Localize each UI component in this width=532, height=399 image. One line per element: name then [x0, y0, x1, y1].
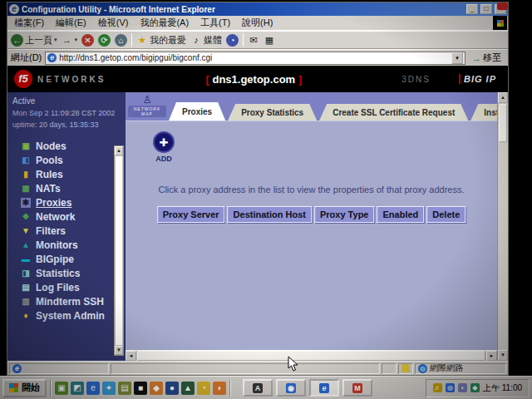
nav-3dns[interactable]: 3DNS: [401, 75, 431, 84]
volume-tray-icon[interactable]: ♬: [433, 383, 442, 392]
taskbar-window-button-ie-active[interactable]: e: [309, 379, 339, 397]
minimize-button[interactable]: _: [466, 4, 478, 14]
go-button[interactable]: → 移至: [469, 52, 505, 65]
sidebar-item-label: BIGpipe: [36, 254, 74, 265]
back-dropdown-icon[interactable]: ▾: [54, 37, 57, 43]
page-icon: e: [47, 53, 57, 62]
network-map-button[interactable]: ♙ NETWORK MAP: [128, 94, 166, 119]
vertical-scrollbar[interactable]: ▲ ▼: [497, 92, 508, 361]
tab-proxies[interactable]: Proxies: [169, 102, 225, 121]
quick-launch-icon-1[interactable]: ▣: [55, 382, 68, 395]
menu-edit[interactable]: 編輯(E): [56, 17, 86, 29]
menu-tools[interactable]: 工具(T): [200, 17, 230, 29]
sidebar-item-label: Mindterm SSH: [36, 296, 104, 308]
tray-icon[interactable]: ◆: [470, 383, 480, 392]
ie-throbber-logo: [493, 16, 507, 30]
network-tray-icon[interactable]: ◍: [446, 383, 455, 392]
favorites-button[interactable]: ★ 我的最愛: [136, 34, 186, 47]
menu-help[interactable]: 說明(H): [242, 17, 273, 29]
address-field[interactable]: e ▾: [45, 52, 466, 65]
status-zone-cell: ◍ 網際網路: [415, 363, 506, 374]
quick-launch-icon-7[interactable]: ◆: [150, 382, 163, 395]
scroll-up-icon[interactable]: ▲: [498, 92, 508, 103]
status-progress-cell: [382, 363, 397, 374]
sidebar-status-block: Active Mon Sep 2 11:09:28 CST 2002 uptim…: [7, 92, 126, 129]
horizontal-scrollbar[interactable]: ◄ ►: [126, 350, 497, 361]
mindterm-ssh-icon: ▥: [21, 297, 31, 307]
log-files-icon: ▤: [21, 283, 31, 293]
taskbar-window-button-2[interactable]: ◉: [276, 379, 306, 397]
sidebar-item-label: Statistics: [36, 268, 80, 279]
scroll-down-icon[interactable]: ▼: [498, 350, 508, 361]
quick-launch-icon-8[interactable]: ●: [165, 382, 179, 395]
scroll-up-icon[interactable]: ▲: [115, 146, 123, 155]
sidebar-item-monitors[interactable]: ▲ Monitors: [7, 238, 126, 252]
taskbar-window-buttons: A ◉ e M: [243, 379, 372, 397]
status-page-cell: e: [9, 363, 109, 374]
sidebar-item-label: Nodes: [36, 140, 66, 152]
address-input[interactable]: [59, 53, 449, 62]
horizontal-scrollbar-thumb[interactable]: [137, 351, 485, 361]
forward-dropdown-icon[interactable]: ▾: [75, 37, 78, 43]
proxy-table-header: Proxy Server Destination Host Proxy Type…: [157, 206, 466, 223]
taskbar-window-button-4[interactable]: M: [342, 379, 372, 397]
windows-taskbar: 開始 ▣ ◩ e ✦ ▤ ■ ◆ ● ▲ ◔ ◗ A ◉ e M ♬ ◍ ▪ ◆…: [0, 376, 532, 399]
column-enabled: Enabled: [377, 206, 424, 223]
quick-launch-icon-6[interactable]: ■: [134, 382, 147, 395]
maximize-button[interactable]: □: [480, 4, 492, 14]
history-icon[interactable]: ◔: [226, 34, 239, 47]
tray-icon[interactable]: ▪: [458, 383, 467, 392]
sidebar-scrollbar-thumb[interactable]: [115, 155, 123, 346]
add-button[interactable]: ✚ ADD: [140, 131, 187, 163]
sidebar-item-network[interactable]: ❖ Network: [7, 209, 126, 224]
quick-launch-icon-2[interactable]: ◩: [71, 382, 84, 395]
stop-icon[interactable]: ✕: [81, 34, 94, 47]
sidebar-item-filters[interactable]: ▼ Filters: [7, 224, 126, 238]
tab-install-ssl-certificate[interactable]: Install SSL Certif: [470, 104, 497, 121]
lock-icon: [401, 364, 410, 372]
sidebar-item-log-files[interactable]: ▤ Log Files: [7, 280, 126, 294]
scroll-right-icon[interactable]: ►: [486, 351, 497, 361]
start-button[interactable]: 開始: [2, 379, 47, 397]
refresh-icon[interactable]: ⟳: [98, 34, 111, 47]
sidebar-item-bigpipe[interactable]: ▬ BIGpipe: [7, 252, 126, 266]
sidebar-item-nodes[interactable]: ▣ Nodes: [7, 139, 126, 153]
sidebar-item-system-admin[interactable]: ♦ System Admin: [7, 308, 126, 323]
tab-proxy-statistics[interactable]: Proxy Statistics: [228, 104, 317, 121]
menu-favorites[interactable]: 我的最愛(A): [140, 17, 189, 29]
tab-create-ssl-certificate-request[interactable]: Create SSL Certificate Request: [319, 104, 468, 121]
sidebar-item-pools[interactable]: ◧ Pools: [7, 153, 126, 167]
quick-launch-icon-10[interactable]: ◔: [197, 382, 210, 395]
sidebar-scrollbar[interactable]: ▲ ▼: [114, 145, 124, 356]
vertical-scrollbar-thumb[interactable]: [499, 104, 507, 142]
ie-window: e Configuration Utility - Microsoft Inte…: [7, 2, 509, 376]
print-icon[interactable]: ▦: [264, 34, 275, 46]
back-button[interactable]: ← 上一頁 ▾: [11, 34, 57, 47]
sidebar-item-rules[interactable]: ▮ Rules: [7, 167, 126, 181]
bracket-right: ]: [298, 73, 302, 86]
forward-button[interactable]: → ▾: [62, 34, 78, 46]
quick-launch-icon-11[interactable]: ◗: [213, 382, 226, 395]
quick-launch-icon-3[interactable]: e: [86, 382, 100, 395]
sidebar-item-label: Network: [36, 211, 75, 223]
address-dropdown-icon[interactable]: ▾: [451, 52, 463, 64]
scroll-down-icon[interactable]: ▼: [115, 346, 123, 355]
media-button[interactable]: ♪ 媒體: [190, 34, 222, 47]
taskbar-window-button-1[interactable]: A: [243, 379, 273, 397]
quick-launch-icon-5[interactable]: ▤: [118, 382, 131, 395]
quick-launch-icon-4[interactable]: ✦: [102, 382, 116, 395]
statistics-icon: ◨: [21, 268, 31, 278]
nav-bigip[interactable]: BIG IP: [459, 74, 496, 84]
menu-view[interactable]: 檢視(V): [98, 17, 129, 29]
scroll-left-icon[interactable]: ◄: [126, 351, 136, 361]
go-arrow-icon: →: [472, 53, 481, 63]
menu-file[interactable]: 檔案(F): [14, 17, 44, 29]
home-icon[interactable]: ⌂: [115, 34, 127, 47]
sidebar-item-statistics[interactable]: ◨ Statistics: [7, 266, 126, 280]
sidebar-item-nats[interactable]: ▦ NATs: [7, 181, 126, 195]
sidebar-item-mindterm-ssh[interactable]: ▥ Mindterm SSH: [7, 294, 126, 308]
mail-icon[interactable]: ✉: [248, 34, 259, 46]
sidebar-item-proxies[interactable]: ✱ Proxies: [7, 195, 126, 209]
quick-launch-icon-9[interactable]: ▲: [181, 382, 195, 395]
add-plus-icon: ✚: [153, 131, 175, 153]
